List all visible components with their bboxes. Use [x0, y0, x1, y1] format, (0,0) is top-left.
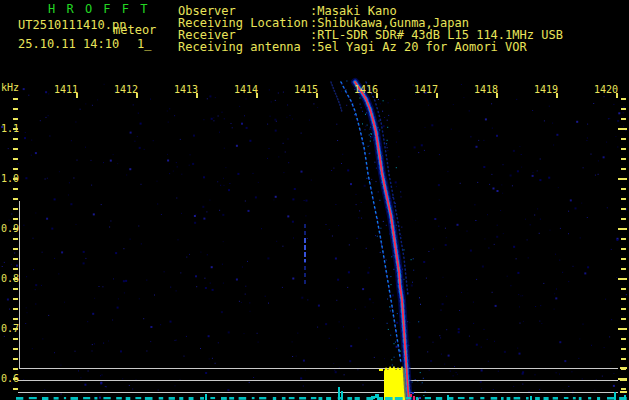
noise-floor-spike [447, 395, 449, 400]
noise-speckle [520, 295, 521, 296]
noise-speckle [223, 241, 224, 242]
noise-speckle [386, 145, 387, 146]
y-axis-tick-left [13, 238, 18, 240]
noise-speckle [387, 150, 388, 151]
noise-speckle [534, 215, 535, 216]
y-axis-tick-right [621, 288, 626, 290]
noise-speckle [421, 144, 423, 146]
noise-speckle [223, 178, 224, 179]
noise-speckle [23, 225, 24, 226]
noise-speckle [331, 170, 332, 171]
noise-speckle [587, 266, 589, 268]
noise-speckle [350, 345, 352, 347]
noise-speckle [225, 167, 226, 168]
trace-speckle [360, 104, 361, 105]
noise-speckle [283, 172, 284, 173]
noise-floor-dash [282, 397, 286, 400]
noise-speckle [373, 318, 374, 319]
noise-speckle [572, 391, 573, 392]
noise-speckle [420, 384, 421, 385]
noise-speckle [258, 342, 259, 343]
noise-floor-dash [71, 397, 79, 400]
noise-speckle [474, 204, 475, 205]
trace-speckle [394, 357, 395, 358]
noise-speckle [434, 218, 436, 220]
noise-speckle [342, 154, 343, 155]
noise-speckle [35, 284, 37, 286]
noise-speckle [60, 365, 61, 366]
trace-speckle [387, 299, 388, 300]
noise-speckle [75, 122, 76, 123]
noise-speckle [249, 382, 250, 383]
noise-speckle [575, 207, 577, 209]
noise-speckle [518, 396, 519, 397]
noise-speckle [503, 164, 504, 165]
noise-speckle [46, 218, 48, 220]
noise-speckle [366, 248, 367, 249]
x-axis-label: 1415 [293, 84, 318, 95]
trace-speckle [396, 167, 397, 168]
noise-speckle [176, 162, 177, 163]
noise-speckle [196, 286, 197, 287]
noise-floor-dash [480, 397, 484, 399]
noise-speckle [87, 321, 88, 322]
noise-speckle [347, 287, 348, 288]
trace-speckle [390, 276, 391, 277]
noise-speckle [249, 140, 251, 142]
noise-speckle [218, 116, 219, 117]
noise-speckle [522, 295, 523, 296]
noise-speckle [282, 287, 283, 288]
noise-speckle [609, 336, 610, 337]
noise-speckle [329, 229, 330, 230]
noise-speckle [356, 204, 357, 205]
noise-speckle [317, 327, 318, 328]
noise-speckle [476, 146, 478, 148]
noise-speckle [176, 340, 177, 341]
noise-speckle [138, 226, 139, 227]
noise-speckle [491, 174, 492, 175]
trace-speckle [365, 129, 366, 130]
noise-speckle [362, 288, 364, 290]
noise-speckle [276, 241, 277, 242]
noise-speckle [173, 171, 174, 172]
noise-speckle [146, 351, 147, 352]
noise-speckle [333, 168, 334, 169]
noise-floor-dash [54, 397, 59, 400]
y-axis-label: 0.6 [1, 373, 19, 384]
y-axis-tick-left [13, 348, 18, 350]
noise-speckle [497, 225, 498, 226]
trace-speckle [377, 236, 378, 237]
noise-speckle [202, 206, 204, 208]
noise-speckle [227, 389, 229, 391]
noise-floor-dash [347, 397, 352, 400]
noise-speckle [610, 361, 611, 362]
noise-speckle [618, 112, 620, 114]
trace-speckle [370, 141, 371, 142]
noise-speckle [349, 360, 351, 362]
noise-speckle [493, 389, 494, 390]
noise-speckle [336, 348, 337, 349]
noise-speckle [150, 341, 151, 342]
noise-speckle [211, 118, 213, 120]
noise-speckle [83, 262, 85, 264]
noise-speckle [375, 235, 376, 236]
noise-speckle [507, 276, 508, 277]
noise-speckle [419, 336, 421, 338]
level-reference-lines [18, 201, 627, 393]
noise-speckle [537, 208, 538, 209]
noise-speckle [503, 233, 504, 234]
x-axis-label: 1412 [113, 84, 138, 95]
y-axis-tick-right [621, 348, 626, 350]
noise-speckle [347, 169, 349, 171]
noise-floor-dash [221, 397, 227, 400]
noise-speckle [488, 248, 489, 249]
y-axis-tick-left [13, 248, 18, 250]
noise-floor-dash [299, 397, 306, 400]
noise-speckle [122, 378, 123, 379]
noise-speckle [581, 203, 582, 204]
trace-speckle [391, 284, 392, 285]
noise-speckle [568, 386, 569, 387]
noise-speckle [11, 264, 12, 265]
noise-speckle [157, 181, 158, 182]
noise-speckle [80, 109, 81, 110]
